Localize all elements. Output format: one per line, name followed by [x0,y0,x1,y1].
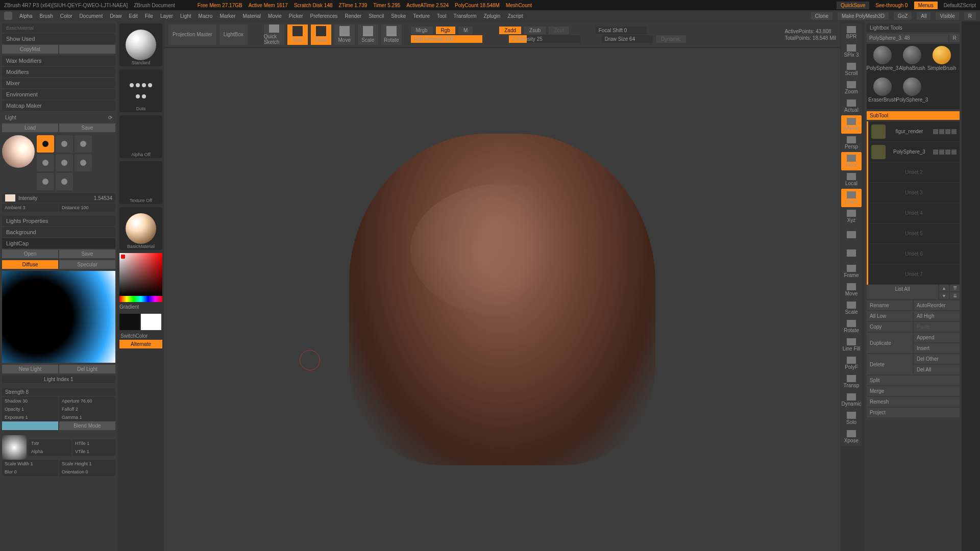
lightcap-header[interactable]: LightCap [2,238,115,248]
shelf-btn-11[interactable] [841,226,862,244]
menu-light[interactable]: Light [180,13,191,19]
rgb-intensity-slider[interactable]: Rgb Intensity 100 [411,35,482,43]
visibility-toggle-icon[interactable] [951,129,957,134]
scale-mode-button[interactable]: Scale [358,24,378,45]
subtool-row[interactable]: Unset 6 [868,244,960,264]
section-matcap-maker[interactable]: Matcap Maker [2,101,115,111]
shelf-xyz[interactable]: Xyz [841,207,862,226]
gradient-label[interactable]: Gradient [119,302,162,312]
del-other-button[interactable]: Del Other [914,354,960,364]
shelf-zoom[interactable]: Zoom [841,79,862,97]
shelf-line-fill[interactable]: Line Fill [841,336,862,354]
del-light-button[interactable]: Del Light [59,365,115,373]
zcut-button[interactable]: Zcut [549,27,569,34]
menu-transform[interactable]: Transform [453,13,476,19]
shelf-scroll[interactable]: Scroll [841,60,862,79]
shelf-rotate[interactable]: Rotate [841,317,862,336]
current-tool-name[interactable]: PolySphere_3. 48 [867,34,948,42]
falloff-slider[interactable]: Falloff 2 [59,405,115,413]
distance-slider[interactable]: Distance 100 [59,204,115,212]
shelf-xpose[interactable]: Xpose [841,428,862,446]
diffuse-button[interactable]: Diffuse [2,260,58,269]
menus-button[interactable]: Menus [914,2,938,9]
rgb-button[interactable]: Rgb [436,27,455,34]
insert-button[interactable]: Insert [914,343,960,353]
lightcap-preview[interactable] [2,271,115,363]
menu-alpha[interactable]: Alpha [19,13,33,19]
zbrush-icon[interactable] [4,12,12,20]
menu-preferences[interactable]: Preferences [310,13,338,19]
draw-mode-button[interactable]: Draw [311,24,331,45]
light-slot-3[interactable] [75,135,92,153]
append-button[interactable]: Append [914,333,960,342]
tool-eraserbrush[interactable]: EraserBrush [869,78,896,107]
goz-button[interactable]: GoZ [894,12,912,20]
dynamic-button[interactable]: Dynamic [656,35,686,43]
scale-height-slider[interactable]: Scale Height 1 [59,460,115,468]
menu-macro[interactable]: Macro [199,13,213,19]
tool-alphabrush[interactable]: AlphaBrush [898,46,926,76]
visibility-toggle-icon[interactable] [939,149,944,155]
background-header[interactable]: Background [2,227,115,237]
menu-movie[interactable]: Movie [268,13,282,19]
zsub-button[interactable]: Zsub [524,27,546,34]
subtool-row[interactable]: Unset 3 [868,183,960,203]
shelf-polyf[interactable]: PolyF [841,354,862,372]
hue-bar[interactable] [119,296,162,302]
subtool-row[interactable]: PolySphere_3 [868,142,960,162]
edit-mode-button[interactable]: Edit [287,24,308,45]
texture-selector[interactable]: Texture Off [119,161,162,204]
lightbox-tools-header[interactable]: Lightbox Tools [867,23,960,32]
menu-zscript[interactable]: Zscript [507,13,523,19]
section-wax-modifiers[interactable]: Wax Modifiers [2,56,115,66]
menu-render[interactable]: Render [345,13,362,19]
clone-button[interactable]: Clone [811,12,832,20]
section-environment[interactable]: Environment [2,89,115,99]
autoreorder-button[interactable]: AutoReorder [914,300,960,310]
subtool-row[interactable]: Unset 4 [868,203,960,223]
shelf-persp[interactable]: Persp [841,134,862,152]
make-polymesh-button[interactable]: Make PolyMesh3D [838,12,889,20]
alpha-button[interactable]: Alpha [29,447,71,456]
seethrough-slider[interactable]: See-through 0 [875,3,908,8]
shelf-move[interactable]: Move [841,281,862,299]
project-header[interactable]: Project [867,408,960,417]
rename-button[interactable]: Rename [867,300,913,310]
visibility-toggle-icon[interactable] [945,149,950,155]
light-slot-2[interactable] [56,135,73,153]
lights-properties-header[interactable]: Lights Properties [2,216,115,226]
light-slot-4[interactable] [37,154,54,171]
menu-material[interactable]: Material [243,13,261,19]
gamma-slider[interactable]: Gamma 1 [59,413,115,421]
new-light-button[interactable]: New Light [2,365,58,373]
all-high-button[interactable]: All High [914,311,960,321]
show-used-button[interactable]: Show Used [2,34,115,44]
move-up-icon[interactable]: ⇈ [950,285,960,291]
draw-size-slider[interactable]: Draw Size 64 [602,35,653,43]
menu-edit[interactable]: Edit [129,13,138,19]
light-slot-6[interactable] [75,154,92,171]
exposure-slider[interactable]: Exposure 1 [2,413,58,421]
tool-simplebrush[interactable]: SimpleBrush [928,46,955,76]
switch-color-button[interactable]: SwitchColor [119,332,162,340]
tool-polysphere_3[interactable]: PolySphere_3 [869,46,896,76]
menu-picker[interactable]: Picker [289,13,303,19]
material-selector[interactable]: BasicMaterial [119,207,162,250]
shadow-slider[interactable]: Shadow 30 [2,397,58,405]
brush-selector[interactable]: Standard [119,23,162,66]
blur-slider[interactable]: Blur 0 [2,468,58,476]
quick-sketch-button[interactable]: Quick Sketch [264,24,284,45]
zadd-button[interactable]: Zadd [499,27,521,34]
light-color-button[interactable] [2,421,58,430]
remesh-header[interactable]: Remesh [867,397,960,407]
list-all-button[interactable]: List All [867,285,938,299]
section-modifiers[interactable]: Modifiers [2,67,115,77]
projection-master-button[interactable]: Projection Master [168,24,216,45]
menu-draw[interactable]: Draw [110,13,121,19]
txtr-alpha-thumb[interactable] [2,435,27,460]
menu-marker[interactable]: Marker [219,13,235,19]
secondary-color-swatch[interactable] [119,314,140,330]
light-slot-5[interactable] [56,154,73,171]
blend-mode-button[interactable]: Blend Mode [59,421,115,430]
menu-color[interactable]: Color [60,13,72,19]
